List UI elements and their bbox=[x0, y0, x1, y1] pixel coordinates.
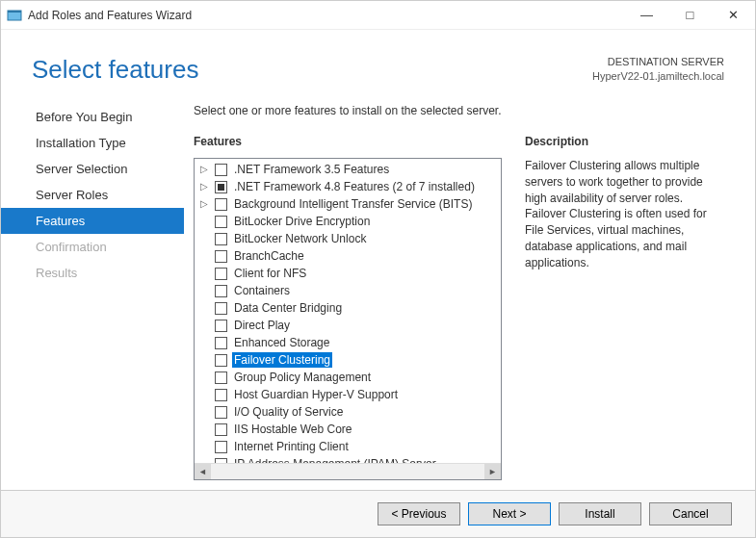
feature-item[interactable]: ▷Client for NFS bbox=[198, 265, 499, 282]
sidebar-item: Confirmation bbox=[1, 234, 184, 260]
wizard-header: Select features DESTINATION SERVER Hyper… bbox=[1, 30, 755, 96]
feature-item[interactable]: ▷Internet Printing Client bbox=[198, 438, 499, 455]
app-icon bbox=[7, 8, 22, 23]
feature-item[interactable]: ▷Enhanced Storage bbox=[198, 334, 499, 351]
window-title: Add Roles and Features Wizard bbox=[28, 9, 192, 22]
features-column: Features ▷.NET Framework 3.5 Features▷.N… bbox=[194, 135, 502, 480]
scroll-left-icon[interactable]: ◄ bbox=[195, 464, 211, 480]
feature-item[interactable]: ▷Background Intelligent Transfer Service… bbox=[198, 195, 499, 213]
scroll-right-icon[interactable]: ► bbox=[484, 464, 501, 480]
feature-label: .NET Framework 4.8 Features (2 of 7 inst… bbox=[232, 179, 477, 194]
feature-item[interactable]: ▷.NET Framework 4.8 Features (2 of 7 ins… bbox=[198, 178, 499, 195]
feature-item[interactable]: ▷BranchCache bbox=[198, 247, 499, 265]
feature-checkbox[interactable] bbox=[215, 406, 227, 419]
feature-checkbox[interactable] bbox=[215, 216, 227, 228]
feature-label: BranchCache bbox=[232, 248, 306, 264]
feature-checkbox[interactable] bbox=[215, 423, 227, 436]
sidebar-item[interactable]: Server Roles bbox=[1, 182, 184, 208]
feature-label: Containers bbox=[232, 283, 292, 298]
feature-label: BitLocker Drive Encryption bbox=[232, 214, 372, 229]
instruction-text: Select one or more features to install o… bbox=[194, 104, 726, 117]
description-heading: Description bbox=[525, 135, 726, 148]
feature-item[interactable]: ▷Direct Play bbox=[198, 317, 499, 334]
feature-checkbox[interactable] bbox=[215, 389, 227, 401]
close-button[interactable]: ✕ bbox=[712, 1, 755, 30]
features-heading: Features bbox=[194, 135, 502, 148]
feature-label: Group Policy Management bbox=[232, 370, 373, 385]
wizard-footer: < Previous Next > Install Cancel bbox=[1, 490, 755, 537]
expander-icon[interactable]: ▷ bbox=[198, 162, 210, 177]
feature-item[interactable]: ▷BitLocker Drive Encryption bbox=[198, 213, 499, 230]
wizard-steps-sidebar: Before You BeginInstallation TypeServer … bbox=[1, 96, 184, 490]
feature-checkbox[interactable] bbox=[215, 164, 227, 176]
feature-item[interactable]: ▷.NET Framework 3.5 Features bbox=[198, 161, 499, 178]
expander-icon[interactable]: ▷ bbox=[198, 196, 210, 212]
features-tree-box: ▷.NET Framework 3.5 Features▷.NET Framew… bbox=[194, 158, 502, 480]
feature-item[interactable]: ▷Containers bbox=[198, 282, 499, 299]
sidebar-item[interactable]: Before You Begin bbox=[1, 104, 184, 130]
sidebar-item: Results bbox=[1, 260, 184, 286]
description-column: Description Failover Clustering allows m… bbox=[525, 135, 726, 480]
sidebar-item[interactable]: Features bbox=[1, 208, 184, 234]
destination-block: DESTINATION SERVER HyperV22-01.jamiltech… bbox=[592, 55, 724, 85]
feature-checkbox[interactable] bbox=[215, 354, 227, 367]
title-bar: Add Roles and Features Wizard — □ ✕ bbox=[1, 1, 755, 30]
sidebar-item[interactable]: Installation Type bbox=[1, 130, 184, 156]
horizontal-scrollbar[interactable]: ◄ ► bbox=[195, 463, 501, 479]
expander-icon[interactable]: ▷ bbox=[198, 179, 210, 194]
feature-checkbox[interactable] bbox=[215, 250, 227, 263]
feature-item[interactable]: ▷I/O Quality of Service bbox=[198, 403, 499, 421]
feature-label: IIS Hostable Web Core bbox=[232, 422, 354, 437]
feature-checkbox[interactable] bbox=[215, 181, 227, 193]
previous-button[interactable]: < Previous bbox=[378, 502, 460, 525]
feature-checkbox[interactable] bbox=[215, 198, 227, 211]
feature-label: I/O Quality of Service bbox=[232, 404, 345, 420]
main-panel: Select one or more features to install o… bbox=[184, 96, 755, 490]
feature-item[interactable]: ▷Failover Clustering bbox=[198, 351, 499, 369]
feature-checkbox[interactable] bbox=[215, 441, 227, 453]
maximize-button[interactable]: □ bbox=[668, 1, 712, 30]
feature-checkbox[interactable] bbox=[215, 320, 227, 332]
feature-label: IP Address Management (IPAM) Server bbox=[232, 456, 438, 463]
sidebar-item[interactable]: Server Selection bbox=[1, 156, 184, 182]
feature-label: BitLocker Network Unlock bbox=[232, 231, 368, 246]
feature-checkbox[interactable] bbox=[215, 233, 227, 245]
svg-rect-1 bbox=[8, 11, 21, 13]
feature-label: Data Center Bridging bbox=[232, 300, 344, 316]
destination-value: HyperV22-01.jamiltech.local bbox=[592, 69, 724, 84]
feature-label: Client for NFS bbox=[232, 266, 308, 281]
minimize-button[interactable]: — bbox=[625, 1, 668, 30]
features-tree[interactable]: ▷.NET Framework 3.5 Features▷.NET Framew… bbox=[195, 159, 501, 463]
feature-item[interactable]: ▷IP Address Management (IPAM) Server bbox=[198, 455, 499, 463]
description-text: Failover Clustering allows multiple serv… bbox=[525, 158, 726, 271]
feature-label: Host Guardian Hyper-V Support bbox=[232, 387, 400, 402]
feature-checkbox[interactable] bbox=[215, 285, 227, 297]
feature-label: Direct Play bbox=[232, 318, 292, 333]
feature-checkbox[interactable] bbox=[215, 302, 227, 315]
feature-item[interactable]: ▷Group Policy Management bbox=[198, 369, 499, 386]
feature-item[interactable]: ▷BitLocker Network Unlock bbox=[198, 230, 499, 247]
feature-checkbox[interactable] bbox=[215, 337, 227, 349]
feature-label: Background Intelligent Transfer Service … bbox=[232, 196, 474, 212]
feature-label: Internet Printing Client bbox=[232, 439, 351, 454]
cancel-button[interactable]: Cancel bbox=[649, 502, 732, 525]
feature-item[interactable]: ▷IIS Hostable Web Core bbox=[198, 421, 499, 438]
feature-checkbox[interactable] bbox=[215, 458, 227, 464]
install-button[interactable]: Install bbox=[559, 502, 641, 525]
feature-item[interactable]: ▷Host Guardian Hyper-V Support bbox=[198, 386, 499, 403]
feature-label: Failover Clustering bbox=[232, 352, 332, 368]
page-title: Select features bbox=[32, 55, 198, 85]
next-button[interactable]: Next > bbox=[468, 502, 551, 525]
feature-checkbox[interactable] bbox=[215, 371, 227, 384]
feature-label: Enhanced Storage bbox=[232, 335, 331, 350]
feature-item[interactable]: ▷Data Center Bridging bbox=[198, 299, 499, 317]
feature-checkbox[interactable] bbox=[215, 268, 227, 280]
feature-label: .NET Framework 3.5 Features bbox=[232, 162, 391, 177]
destination-label: DESTINATION SERVER bbox=[592, 55, 724, 69]
